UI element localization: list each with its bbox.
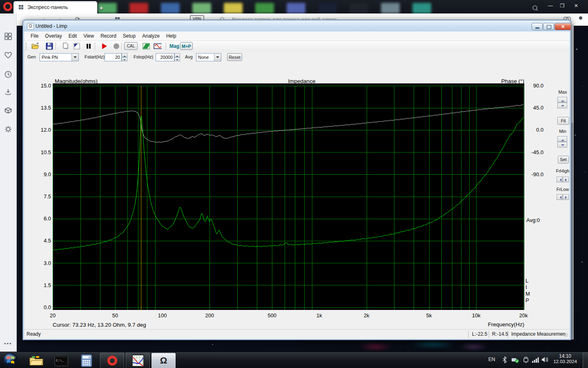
bluetooth-icon[interactable] — [502, 356, 507, 364]
show-desktop-button[interactable] — [583, 352, 588, 368]
chevron-down-icon[interactable] — [214, 54, 221, 61]
sidebar-overflow-dots[interactable]: ••• — [4, 341, 12, 347]
frhigh-arrows[interactable] — [557, 177, 569, 182]
network-signal-icon[interactable] — [532, 357, 539, 363]
resize-grip[interactable] — [564, 333, 568, 337]
status-left-level: L:-22.5 — [472, 331, 487, 337]
extension-icon[interactable] — [579, 16, 582, 20]
impedance-plot[interactable] — [53, 83, 524, 310]
pause-icon[interactable] — [85, 42, 93, 50]
reset-button[interactable]: Reset — [227, 53, 242, 61]
start-button[interactable] — [3, 352, 18, 368]
mag-phase-mode-button[interactable]: M+P — [180, 42, 193, 50]
left-axis-tick: 6.0 — [36, 215, 51, 222]
menu-analyze[interactable]: Analyze — [139, 32, 163, 40]
spectrum-icon[interactable] — [142, 42, 150, 50]
chevron-down-icon[interactable] — [71, 54, 78, 61]
limp-logo-letter: L — [526, 278, 531, 284]
extensions-box-icon[interactable] — [4, 106, 12, 114]
history-clock-icon[interactable] — [4, 70, 12, 79]
set-button[interactable]: Set — [558, 156, 569, 164]
menu-view[interactable]: View — [80, 32, 97, 40]
limp-logo-letter: P — [526, 297, 531, 303]
left-axis-tick: 10.5 — [36, 149, 51, 155]
open-file-icon[interactable] — [31, 42, 39, 50]
left-axis-tick: 9.0 — [36, 171, 51, 177]
sine-generator-icon[interactable] — [154, 42, 162, 50]
fit-button[interactable]: Fit — [557, 117, 569, 125]
browser-close-button[interactable]: ✕ — [571, 3, 581, 9]
tab-search-icon[interactable] — [532, 5, 539, 11]
speed-dial-thumb[interactable] — [350, 3, 368, 13]
min-label: Min — [553, 129, 572, 134]
frlow-arrows[interactable] — [557, 194, 569, 200]
menu-edit[interactable]: Edit — [65, 32, 80, 40]
new-overlay-icon[interactable] — [62, 42, 70, 50]
fstop-input[interactable]: 20000 — [156, 53, 174, 61]
speed-dial-thumb[interactable] — [318, 3, 337, 13]
menu-record[interactable]: Record — [97, 32, 120, 40]
min-stepper[interactable] — [557, 136, 567, 148]
stop-circle-icon[interactable] — [112, 42, 120, 50]
avg-label: Avg — [185, 54, 193, 59]
calculator-taskbar-icon[interactable]: 0 — [81, 354, 92, 367]
x-axis-tick: 1k — [310, 312, 328, 319]
speed-dial-sidebar-icon[interactable] — [4, 32, 12, 40]
speed-dial-thumb[interactable] — [381, 3, 400, 13]
avg-select[interactable]: None — [196, 53, 221, 61]
bookmarks-heart-icon[interactable] — [4, 51, 12, 59]
fstart-stepper[interactable] — [122, 53, 127, 61]
left-axis-tick: 12.0 — [36, 127, 51, 133]
volume-icon[interactable] — [541, 357, 548, 363]
menu-file[interactable]: File — [27, 32, 42, 40]
menu-setup[interactable]: Setup — [120, 32, 139, 40]
power-plug-icon[interactable] — [523, 356, 529, 364]
left-axis-tick: 15.0 — [36, 83, 51, 89]
left-axis-tick: 4.5 — [36, 238, 51, 244]
toolbar-separator — [121, 43, 122, 50]
explorer-taskbar-icon[interactable] — [29, 355, 44, 367]
limp-logo-letter: M — [526, 291, 531, 297]
right-axis-tick: 0.0 — [526, 127, 543, 133]
mag-mode-button[interactable]: Mag — [169, 43, 179, 49]
fstart-input[interactable]: 20 — [105, 53, 122, 61]
arta-taskbar-button[interactable] — [126, 353, 150, 368]
speed-dial-thumb[interactable] — [161, 3, 180, 13]
left-axis-tick: 0.0 — [36, 304, 51, 310]
clock[interactable]: 14:10 12.03.2024 — [552, 353, 578, 364]
opera-taskbar-button[interactable] — [100, 353, 124, 368]
downloads-icon[interactable] — [4, 88, 12, 96]
edit-flag-icon[interactable] — [73, 42, 81, 50]
browser-minimize-button[interactable]: — — [546, 3, 555, 9]
menu-overlay[interactable]: Overlay — [42, 32, 65, 40]
browser-tab[interactable]: Экспресс-панель — [13, 1, 97, 13]
restore-button[interactable] — [543, 23, 554, 30]
generator-type-select[interactable]: Pink PN — [40, 53, 79, 61]
minimize-button[interactable] — [532, 23, 543, 30]
speed-dial-thumb[interactable] — [224, 3, 243, 13]
save-icon[interactable] — [45, 42, 53, 50]
language-indicator[interactable]: EN — [488, 357, 495, 362]
browser-restore-button[interactable]: ❐ — [557, 3, 567, 9]
max-stepper[interactable] — [557, 97, 567, 108]
limp-titlebar[interactable]: Ω Untitled - Limp ✕ — [24, 21, 570, 31]
play-record-icon[interactable] — [100, 42, 108, 50]
speed-dial-thumb[interactable] — [287, 3, 305, 13]
speed-dial-thumb[interactable] — [412, 3, 431, 13]
close-button[interactable]: ✕ — [555, 23, 571, 30]
x-axis-tick: 50 — [106, 312, 124, 319]
cmd-taskbar-icon[interactable]: C:\_ — [54, 355, 68, 366]
usb-device-icon[interactable] — [511, 357, 519, 363]
x-axis-tick: 200 — [200, 312, 218, 319]
cal-button[interactable]: CAL — [124, 42, 138, 50]
speed-dial-thumb[interactable] — [129, 3, 148, 13]
fstop-stepper[interactable] — [174, 53, 180, 61]
svg-text:C:\_: C:\_ — [56, 359, 64, 362]
speed-dial-thumb[interactable] — [192, 3, 211, 13]
menu-help[interactable]: Help — [163, 32, 180, 40]
taskbar: C:\_ 0 Ω EN 14:10 12.03.2024 — [0, 352, 588, 368]
new-tab-button[interactable]: + — [99, 4, 103, 12]
speed-dial-thumb[interactable] — [255, 3, 274, 13]
limp-taskbar-button[interactable]: Ω — [151, 353, 176, 368]
settings-gear-icon[interactable] — [4, 125, 12, 133]
